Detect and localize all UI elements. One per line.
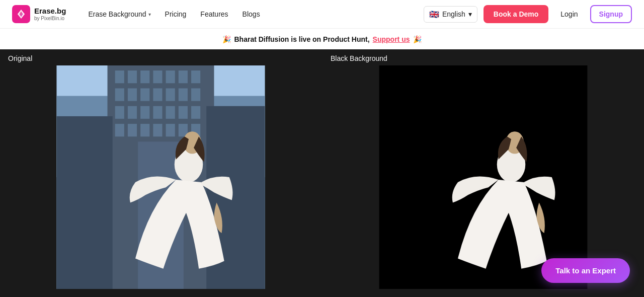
svg-rect-22 [153,106,162,119]
svg-rect-34 [57,116,113,289]
language-label: English [442,10,465,18]
svg-rect-15 [153,88,162,101]
chevron-down-icon: ▾ [148,12,151,17]
svg-rect-23 [166,106,175,119]
nav-links: Erase Background ▾ Pricing Features Blog… [82,6,408,22]
signup-button[interactable]: Signup [590,5,632,23]
svg-rect-29 [153,124,162,136]
announcement-text: Bharat Diffusion is live on Product Hunt… [234,35,369,43]
login-button[interactable]: Login [554,6,584,22]
svg-rect-10 [179,70,188,83]
svg-rect-30 [166,124,175,136]
original-image [8,65,313,289]
original-panel: Original [0,49,321,297]
logo-sub-text: by PixelBin.io [34,16,66,21]
black-bg-image-container [331,65,636,289]
book-demo-button[interactable]: Book a Demo [484,5,548,23]
logo[interactable]: Erase.bg by PixelBin.io [12,5,66,23]
nav-blogs[interactable]: Blogs [236,6,266,22]
logo-icon [12,5,30,23]
svg-rect-26 [115,124,124,136]
announcement-emoji-right: 🎉 [413,35,422,43]
original-image-container [8,65,313,289]
announcement-emoji-left: 🎉 [222,35,231,43]
svg-rect-11 [191,70,200,83]
flag-icon: 🇬🇧 [429,10,439,19]
black-bg-label: Black Background [323,49,644,65]
svg-rect-6 [128,70,137,83]
black-bg-image [331,65,636,289]
nav-erase-background[interactable]: Erase Background ▾ [82,6,156,22]
svg-rect-16 [166,88,175,101]
nav-right: 🇬🇧 English ▾ Book a Demo Login Signup [424,5,632,23]
svg-rect-17 [179,88,188,101]
svg-rect-21 [140,106,149,119]
svg-rect-13 [128,88,137,101]
original-label: Original [0,49,321,65]
logo-main-text: Erase.bg [34,7,66,16]
svg-rect-7 [140,70,149,83]
svg-rect-9 [166,70,175,83]
svg-rect-8 [153,70,162,83]
announcement-bar: 🎉 Bharat Diffusion is live on Product Hu… [0,28,644,49]
svg-rect-19 [115,106,124,119]
svg-rect-5 [115,70,124,83]
svg-rect-25 [191,106,200,119]
svg-rect-12 [115,88,124,101]
support-link[interactable]: Support us [373,35,410,43]
navbar: Erase.bg by PixelBin.io Erase Background… [0,0,644,28]
nav-features[interactable]: Features [194,6,234,22]
svg-rect-24 [179,106,188,119]
svg-rect-27 [128,124,137,136]
svg-rect-18 [191,88,200,101]
talk-to-expert-button[interactable]: Talk to an Expert [541,258,630,283]
nav-pricing[interactable]: Pricing [159,6,193,22]
svg-rect-20 [128,106,137,119]
svg-rect-14 [140,88,149,101]
language-selector[interactable]: 🇬🇧 English ▾ [424,6,477,23]
language-chevron-icon: ▾ [468,10,472,18]
svg-rect-28 [140,124,149,136]
